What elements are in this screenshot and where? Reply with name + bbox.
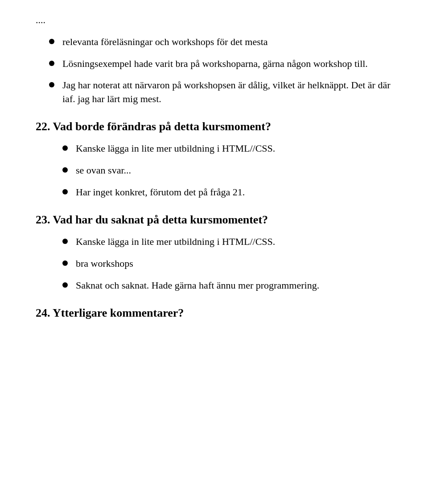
bullet-icon (49, 82, 54, 87)
bullet-icon (62, 167, 68, 173)
bullet-icon (62, 239, 68, 244)
section-24-heading: 24. Ytterligare kommentarer? (36, 305, 392, 321)
bullet-icon (62, 145, 68, 151)
list-item: se ovan svar... (36, 164, 392, 178)
list-item-text: bra workshops (76, 257, 392, 271)
list-item-text: Lösningsexempel hade varit bra på worksh… (62, 57, 392, 71)
bullet-icon (62, 282, 68, 288)
top-ellipsis: .... (36, 13, 392, 27)
section-22-heading: 22. Vad borde förändras på detta kursmom… (36, 119, 392, 135)
top-bullet-list: relevanta föreläsningar och workshops fö… (36, 35, 392, 106)
list-item-text: Har inget konkret, förutom det på fråga … (76, 186, 392, 199)
list-item: Saknat och saknat. Hade gärna haft ännu … (36, 279, 392, 293)
main-content: .... relevanta föreläsningar och worksho… (36, 13, 392, 321)
section-23-heading: 23. Vad har du saknat på detta kursmomen… (36, 212, 392, 228)
bullet-icon (62, 260, 68, 266)
section-23-list: Kanske lägga in lite mer utbildning i HT… (36, 235, 392, 292)
list-item: relevanta föreläsningar och workshops fö… (36, 35, 392, 49)
list-item: bra workshops (36, 257, 392, 271)
list-item-text: Kanske lägga in lite mer utbildning i HT… (76, 142, 392, 156)
list-item: Jag har noterat att närvaron på workshop… (36, 78, 392, 106)
bullet-icon (49, 39, 54, 44)
list-item: Lösningsexempel hade varit bra på worksh… (36, 57, 392, 71)
list-item-text: Saknat och saknat. Hade gärna haft ännu … (76, 279, 392, 293)
section-22-list: Kanske lägga in lite mer utbildning i HT… (36, 142, 392, 199)
list-item-text: se ovan svar... (76, 164, 392, 178)
list-item-text: Kanske lägga in lite mer utbildning i HT… (76, 235, 392, 249)
list-item: Har inget konkret, förutom det på fråga … (36, 186, 392, 199)
list-item-text: relevanta föreläsningar och workshops fö… (62, 35, 392, 49)
list-item: Kanske lägga in lite mer utbildning i HT… (36, 235, 392, 249)
list-item: Kanske lägga in lite mer utbildning i HT… (36, 142, 392, 156)
bullet-icon (62, 189, 68, 194)
bullet-icon (49, 61, 54, 66)
list-item-text: Jag har noterat att närvaron på workshop… (62, 78, 392, 106)
